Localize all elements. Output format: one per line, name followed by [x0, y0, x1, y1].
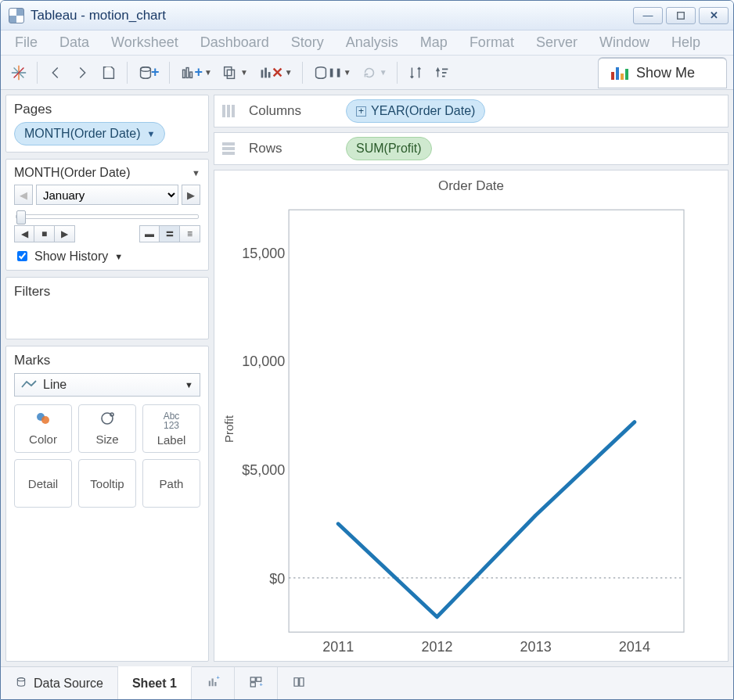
svg-rect-9: [189, 72, 192, 77]
page-prev-button[interactable]: ◀: [14, 185, 33, 205]
marks-detail-button[interactable]: Detail: [14, 459, 72, 508]
menu-file[interactable]: File: [5, 31, 47, 54]
show-history-checkbox[interactable]: [17, 251, 27, 261]
chart-title: Order Date: [214, 171, 728, 197]
columns-pill-label: YEAR(Order Date): [371, 104, 475, 118]
svg-rect-8: [186, 67, 189, 77]
rows-pill[interactable]: SUM(Profit): [346, 137, 432, 160]
tab-sheet-1[interactable]: Sheet 1: [118, 666, 192, 699]
xtick-2: 2013: [520, 639, 552, 655]
pause-updates-button[interactable]: ❚❚▼: [309, 61, 354, 84]
menu-dashboard[interactable]: Dashboard: [191, 31, 279, 54]
speed-med-button[interactable]: 〓: [160, 225, 180, 242]
marks-tooltip-button[interactable]: Tooltip: [78, 459, 136, 508]
columns-shelf[interactable]: Columns + YEAR(Order Date): [214, 95, 729, 127]
show-me-button[interactable]: Show Me: [598, 57, 727, 88]
play-back-button[interactable]: ◀: [14, 225, 34, 242]
svg-rect-27: [214, 682, 216, 686]
play-fwd-button[interactable]: ▶: [55, 225, 75, 242]
filters-shelf[interactable]: Filters: [5, 277, 209, 339]
svg-rect-13: [264, 67, 267, 77]
back-button[interactable]: [44, 61, 67, 84]
slider-thumb[interactable]: [16, 210, 26, 224]
svg-rect-12: [261, 70, 263, 77]
svg-point-19: [41, 416, 49, 424]
app-window: Tableau - motion_chart — ✕ File Data Wor…: [0, 0, 734, 700]
chevron-down-icon[interactable]: ▼: [114, 252, 123, 261]
new-datasource-button[interactable]: +: [134, 61, 163, 84]
maximize-button[interactable]: [666, 7, 696, 24]
pages-pill-label: MONTH(Order Date): [24, 127, 140, 141]
rows-pill-label: SUM(Profit): [356, 142, 422, 156]
menu-help[interactable]: Help: [662, 31, 710, 54]
svg-rect-25: [209, 680, 210, 686]
menu-data[interactable]: Data: [50, 31, 99, 54]
new-story-icon: [292, 675, 306, 692]
tab-data-source-label: Data Source: [34, 677, 103, 691]
pages-pill[interactable]: MONTH(Order Date) ▼: [14, 122, 165, 145]
xtick-1: 2012: [421, 639, 452, 655]
marks-size-button[interactable]: Size: [78, 404, 136, 453]
swap-button[interactable]: [404, 61, 427, 84]
columns-pill[interactable]: + YEAR(Order Date): [346, 99, 485, 123]
duplicate-sheet-button[interactable]: ▼: [218, 61, 251, 84]
menu-server[interactable]: Server: [527, 31, 587, 54]
window-title: Tableau - motion_chart: [31, 8, 166, 23]
chevron-down-icon[interactable]: ▼: [192, 168, 200, 178]
datasource-icon: [15, 676, 27, 691]
show-history-label: Show History: [34, 249, 108, 264]
page-next-button[interactable]: ▶: [182, 185, 200, 205]
size-icon: [99, 411, 116, 429]
svg-rect-17: [442, 75, 445, 77]
label-icon: Abc123: [164, 411, 180, 430]
xtick-3: 2014: [619, 639, 650, 655]
speed-fast-button[interactable]: ≡: [180, 225, 200, 242]
chevron-down-icon: ▼: [146, 129, 155, 138]
marks-path-button[interactable]: Path: [142, 459, 200, 508]
clear-sheet-button[interactable]: ✕▼: [254, 61, 296, 84]
tab-data-source[interactable]: Data Source: [1, 667, 118, 699]
play-stop-button[interactable]: ■: [34, 225, 55, 242]
new-worksheet-button[interactable]: +▼: [176, 61, 215, 84]
new-story-tab[interactable]: [278, 667, 320, 699]
menu-map[interactable]: Map: [411, 31, 457, 54]
plot-area[interactable]: $15,000 $10,000 $5,000 $0: [242, 200, 693, 661]
save-button[interactable]: [97, 61, 121, 84]
svg-rect-10: [225, 66, 232, 75]
new-worksheet-tab[interactable]: +: [192, 667, 235, 699]
minimize-button[interactable]: —: [633, 7, 663, 24]
tableau-logo-icon[interactable]: [7, 61, 31, 84]
close-button[interactable]: ✕: [699, 7, 729, 24]
pages-title: Pages: [14, 102, 200, 117]
sheet-tabs: Data Source Sheet 1 + +: [1, 666, 733, 699]
chevron-down-icon: ▼: [185, 380, 193, 389]
svg-point-24: [17, 677, 24, 680]
page-month-select[interactable]: January: [36, 185, 178, 205]
sort-asc-button[interactable]: [430, 61, 454, 84]
ytick-3: $0: [269, 570, 285, 586]
menu-format[interactable]: Format: [460, 31, 524, 54]
y-axis-label: Profit: [219, 415, 239, 443]
side-panel: Pages MONTH(Order Date) ▼ MONTH(Order Da…: [5, 95, 209, 662]
menu-story[interactable]: Story: [282, 31, 333, 54]
forward-button[interactable]: [70, 61, 94, 84]
rows-label: Rows: [249, 141, 335, 156]
show-me-icon: [611, 66, 628, 80]
color-icon: [34, 411, 52, 429]
svg-rect-16: [442, 72, 447, 74]
svg-rect-15: [442, 68, 448, 70]
marks-type-select[interactable]: Line ▼: [14, 373, 200, 397]
refresh-button[interactable]: ▼: [358, 61, 390, 84]
view-area: Columns + YEAR(Order Date) Rows SUM(Prof…: [214, 95, 729, 662]
marks-color-button[interactable]: Color: [14, 404, 72, 453]
menu-bar: File Data Worksheet Dashboard Story Anal…: [1, 31, 733, 56]
new-dashboard-tab[interactable]: +: [235, 667, 278, 699]
menu-worksheet[interactable]: Worksheet: [102, 31, 188, 54]
page-field-label: MONTH(Order Date): [14, 166, 130, 180]
marks-label-button[interactable]: Abc123 Label: [142, 404, 200, 453]
menu-window[interactable]: Window: [590, 31, 659, 54]
rows-shelf[interactable]: Rows SUM(Profit): [214, 132, 729, 165]
speed-slow-button[interactable]: ▬: [139, 225, 160, 242]
page-slider[interactable]: [16, 214, 199, 219]
menu-analysis[interactable]: Analysis: [336, 31, 408, 54]
